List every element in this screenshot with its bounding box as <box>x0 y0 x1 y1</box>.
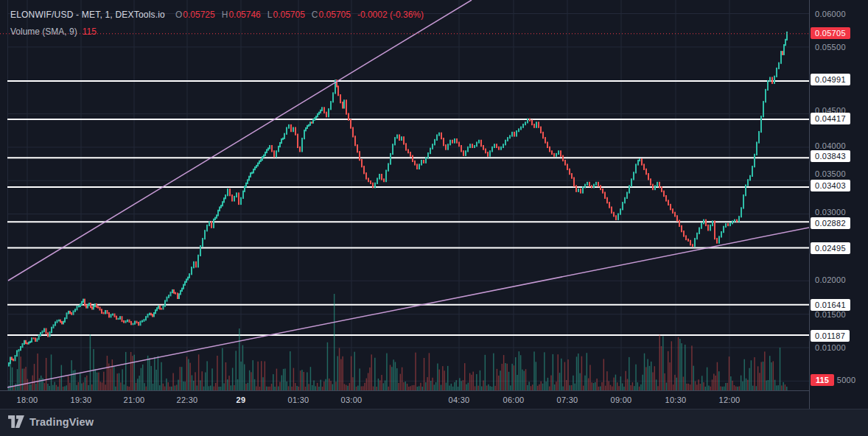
low-label: L <box>267 10 273 20</box>
price-level-badge: 0.04991 <box>811 74 850 85</box>
current-price-badge: 0.05705 <box>811 27 850 39</box>
tradingview-chart-window: ELONWIF/USD - MET, 1, DEXTools.ioO0.0572… <box>0 0 868 436</box>
price-axis-label: 0.03500 <box>815 169 846 178</box>
volume-indicator-label: Volume (SMA, 9) <box>10 27 77 37</box>
price-level-badge: 0.01641 <box>811 299 850 311</box>
time-axis-label: 03:00 <box>340 395 362 404</box>
low-value: 0.05705 <box>273 10 304 20</box>
price-axis-label: 0.06000 <box>815 10 846 18</box>
time-axis[interactable]: 18:0019:3021:0022:302901:3003:0004:3006:… <box>0 390 809 409</box>
price-level-badge: 0.04417 <box>811 113 850 124</box>
price-axis-label: 0.02000 <box>815 275 846 284</box>
open-label: O <box>175 10 182 20</box>
time-axis-label: 19:30 <box>70 395 91 404</box>
footer-toolbar: TradingView <box>0 409 868 436</box>
time-axis-label: 18:00 <box>16 395 38 404</box>
high-value: 0.05746 <box>228 10 260 20</box>
tradingview-logo[interactable]: TradingView <box>8 415 94 428</box>
open-value: 0.05725 <box>183 10 214 20</box>
price-level-badge: 0.02882 <box>811 217 850 229</box>
price-level-badge: 0.01187 <box>811 330 850 342</box>
time-axis-label: 04:30 <box>448 395 469 404</box>
volume-current-value: 115 <box>83 27 97 37</box>
price-axis[interactable]: 0.060000.055000.045000.040000.035000.030… <box>809 0 868 409</box>
tradingview-logo-icon <box>8 415 24 428</box>
time-axis-label: 29 <box>237 395 246 404</box>
price-level-badge: 0.03403 <box>811 180 850 191</box>
price-axis-label: 0.03000 <box>815 208 846 217</box>
volume-value-badge: 115 <box>811 374 834 386</box>
price-level-badge: 0.02495 <box>811 242 850 254</box>
price-level-badge: 0.03843 <box>811 150 850 162</box>
symbol-legend-row[interactable]: ELONWIF/USD - MET, 1, DEXTools.ioO0.0572… <box>10 9 424 21</box>
change-value: -0.0002 (-0.36%) <box>357 10 424 20</box>
chart-legend: ELONWIF/USD - MET, 1, DEXTools.ioO0.0572… <box>10 9 424 38</box>
time-axis-label: 22:30 <box>176 395 197 404</box>
close-value: 0.05705 <box>319 10 351 20</box>
price-axis-label: 0.05500 <box>815 43 846 52</box>
close-label: C <box>312 10 318 20</box>
time-axis-label: 06:00 <box>503 395 524 404</box>
time-axis-label: 09:00 <box>610 395 631 404</box>
high-label: H <box>222 10 228 20</box>
volume-legend-row[interactable]: Volume (SMA, 9)115 <box>10 26 424 38</box>
time-axis-label: 07:30 <box>556 395 578 404</box>
symbol-title[interactable]: ELONWIF/USD - MET, 1, DEXTools.io <box>10 10 165 20</box>
time-axis-label: 12:00 <box>718 395 740 404</box>
price-axis-label: 0.01000 <box>815 343 846 352</box>
candlestick-chart-canvas[interactable] <box>0 0 809 390</box>
time-axis-label: 01:30 <box>287 395 309 404</box>
time-axis-label: 10:30 <box>665 395 686 404</box>
price-axis-label: 0.01500 <box>815 310 846 319</box>
tradingview-brand-text: TradingView <box>29 416 94 428</box>
price-axis-label: 0.04000 <box>815 141 846 150</box>
chart-plot-area[interactable]: ELONWIF/USD - MET, 1, DEXTools.ioO0.0572… <box>0 0 809 390</box>
volume-scale-label: 5000 <box>837 376 856 384</box>
time-axis-label: 21:00 <box>123 395 144 404</box>
volume-axis-row: 1155000 <box>811 374 855 386</box>
